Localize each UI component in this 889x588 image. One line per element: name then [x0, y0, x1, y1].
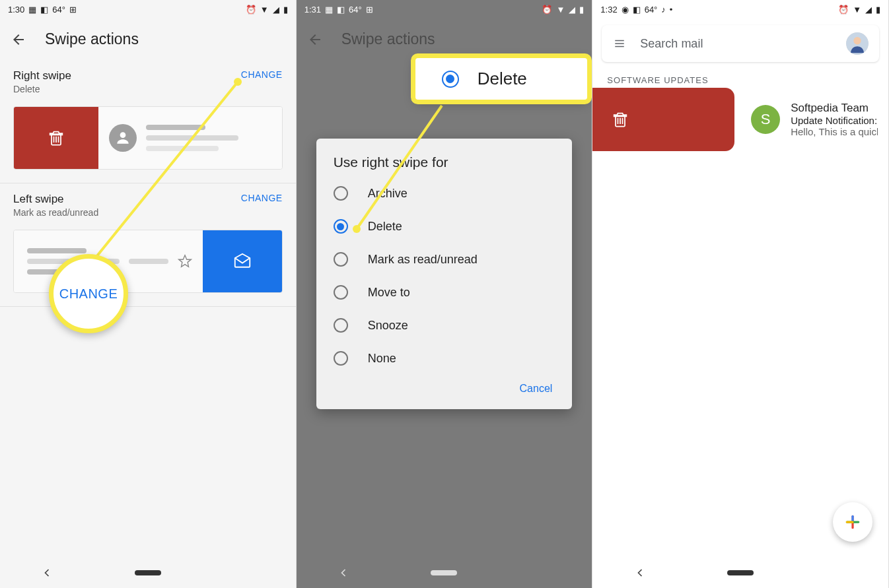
svg-point-0: [120, 132, 126, 138]
trash-icon: [611, 110, 629, 129]
email-row-swiping[interactable]: S Softpedia Team Update Notification: He…: [592, 88, 888, 151]
left-swipe-section: Left swipe Mark as read/unread CHANGE: [0, 183, 296, 307]
left-swipe-change-button[interactable]: CHANGE: [241, 193, 283, 203]
nav-back-icon[interactable]: [633, 566, 647, 579]
dialog-title: Use right swipe for: [316, 154, 573, 177]
email-sender: Softpedia Team: [791, 102, 878, 115]
search-placeholder: Search mail: [640, 37, 833, 51]
sender-avatar: S: [751, 105, 780, 134]
right-swipe-label: Right swipe: [13, 69, 71, 82]
markread-swipe-bg: [203, 230, 282, 292]
status-bar: 1:30 ▦ ◧ 64° ⊞ ⏰ ▼ ◢ ▮: [0, 0, 296, 18]
avatar-placeholder: [109, 124, 137, 152]
app-icon: ◧: [40, 5, 48, 15]
email-card[interactable]: S Softpedia Team Update Notification: He…: [740, 88, 888, 151]
delete-swipe-bg: [14, 107, 98, 169]
left-swipe-label: Left swipe: [13, 193, 98, 206]
callout-change: CHANGE: [49, 254, 128, 333]
clock: 1:31: [304, 5, 321, 15]
option-markread[interactable]: Mark as read/unread: [316, 243, 573, 276]
account-avatar[interactable]: [846, 32, 869, 55]
section-label: SOFTWARE UPDATES: [592, 69, 888, 88]
page-title: Swipe actions: [45, 30, 139, 48]
swipe-action-dialog: Use right swipe for Archive Delete Mark …: [316, 139, 573, 409]
right-swipe-current: Delete: [13, 84, 71, 94]
signal-icon: ◢: [273, 5, 279, 15]
status-bar: 1:31 ▦◧ 64°⊞ ⏰▼◢▮: [297, 0, 592, 18]
wifi-icon: ▼: [260, 5, 269, 15]
arrow-left-icon: [11, 32, 26, 48]
delete-swipe-bg: [592, 88, 734, 151]
translate-icon: ⊞: [69, 5, 77, 15]
option-none[interactable]: None: [316, 342, 573, 375]
temp: 64°: [52, 5, 65, 15]
header: Swipe actions: [0, 18, 296, 60]
nav-bar: [297, 558, 592, 588]
search-bar[interactable]: Search mail: [602, 25, 879, 62]
compose-button[interactable]: [833, 502, 872, 542]
trash-icon: [47, 129, 65, 147]
option-delete[interactable]: Delete: [316, 210, 573, 243]
option-archive[interactable]: Archive: [316, 177, 573, 210]
option-moveto[interactable]: Move to: [316, 276, 573, 309]
star-icon: [178, 254, 192, 269]
alarm-icon: ⏰: [246, 5, 256, 15]
back-button[interactable]: [11, 32, 26, 48]
nav-back-icon[interactable]: [40, 566, 53, 579]
status-bar: 1:32 ◉◧64°♪• ⏰▼◢▮: [592, 0, 888, 18]
photo-icon: ▦: [28, 5, 36, 15]
nav-bar: [0, 558, 296, 588]
callout-delete: Delete: [415, 58, 587, 100]
right-swipe-section: Right swipe Delete CHANGE: [0, 60, 296, 183]
panel-dialog: 1:31 ▦◧ 64°⊞ ⏰▼◢▮ Swipe actions Use righ…: [297, 0, 593, 588]
option-snooze[interactable]: Snooze: [316, 309, 573, 342]
email-subject: Update Notification:: [791, 115, 878, 126]
right-swipe-preview: [13, 106, 283, 170]
nav-bar: [592, 558, 888, 588]
nav-home-pill[interactable]: [727, 570, 754, 575]
panel-settings: 1:30 ▦ ◧ 64° ⊞ ⏰ ▼ ◢ ▮ Swipe actions Rig…: [0, 0, 297, 588]
right-swipe-change-button[interactable]: CHANGE: [241, 69, 283, 80]
clock: 1:32: [600, 5, 617, 15]
battery-icon: ▮: [283, 5, 288, 15]
menu-icon[interactable]: [612, 38, 627, 49]
nav-home-pill[interactable]: [431, 570, 457, 575]
nav-back-icon[interactable]: [337, 566, 350, 579]
person-icon: [114, 129, 131, 147]
email-preview: Hello, This is a quick: [791, 126, 878, 137]
nav-home-pill[interactable]: [135, 570, 161, 575]
clock: 1:30: [8, 5, 24, 15]
envelope-icon: [232, 251, 252, 271]
cancel-button[interactable]: Cancel: [316, 375, 573, 399]
plus-icon: [844, 513, 861, 531]
svg-point-6: [853, 37, 861, 44]
panel-inbox: 1:32 ◉◧64°♪• ⏰▼◢▮ Search mail SOFTWARE U…: [592, 0, 889, 588]
left-swipe-current: Mark as read/unread: [13, 207, 98, 218]
